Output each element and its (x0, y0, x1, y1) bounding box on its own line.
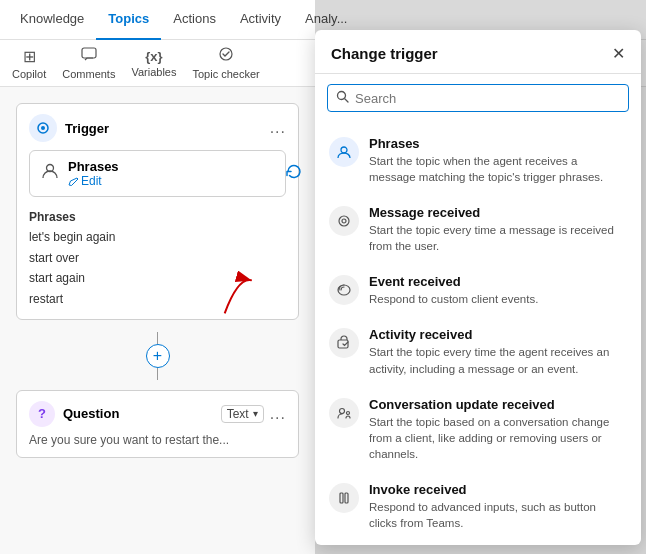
refresh-trigger-button[interactable] (285, 162, 303, 185)
phrases-option-name: Phrases (369, 136, 627, 151)
message-option-icon (329, 206, 359, 236)
svg-rect-14 (345, 493, 348, 503)
phrases-option-icon (329, 137, 359, 167)
question-header: ? Question Text ▾ ... (29, 401, 286, 427)
search-input[interactable] (355, 91, 620, 106)
question-title: ? Question (29, 401, 119, 427)
svg-rect-0 (82, 48, 96, 58)
svg-point-3 (41, 126, 45, 130)
add-node-button[interactable]: + (146, 344, 170, 368)
svg-point-8 (339, 216, 349, 226)
text-type-label: Text (227, 407, 249, 421)
nav-item-activity[interactable]: Activity (228, 0, 293, 40)
trigger-option-phrases[interactable]: Phrases Start the topic when the agent r… (315, 126, 641, 195)
phrases-card: Phrases Edit (29, 150, 286, 197)
toolbar-comments[interactable]: Comments (62, 46, 115, 80)
svg-rect-13 (340, 493, 343, 503)
question-title-text: Question (63, 406, 119, 421)
event-option-icon (329, 275, 359, 305)
nav-item-knowledge[interactable]: Knowledge (8, 0, 96, 40)
comments-icon (81, 46, 97, 66)
trigger-title: Trigger (29, 114, 109, 142)
trigger-option-message[interactable]: Message received Start the topic every t… (315, 195, 641, 264)
invoke-option-content: Invoke received Respond to advanced inpu… (369, 482, 627, 531)
modal-title: Change trigger (331, 45, 438, 62)
phrases-option-desc: Start the topic when the agent receives … (369, 153, 627, 185)
activity-option-content: Activity received Start the topic every … (369, 327, 627, 376)
activity-option-name: Activity received (369, 327, 627, 342)
canvas: Trigger ... Phrases (0, 87, 315, 554)
svg-point-1 (220, 48, 232, 60)
svg-point-6 (338, 92, 346, 100)
toolbar-variables[interactable]: {x} Variables (131, 49, 176, 78)
trigger-title-text: Trigger (65, 121, 109, 136)
phrases-person-icon (40, 161, 60, 186)
message-option-content: Message received Start the topic every t… (369, 205, 627, 254)
topic-checker-icon (218, 46, 234, 66)
trigger-block: Trigger ... Phrases (16, 103, 299, 320)
message-option-name: Message received (369, 205, 627, 220)
toolbar-variables-label: Variables (131, 66, 176, 78)
svg-point-9 (342, 219, 346, 223)
question-icon: ? (29, 401, 55, 427)
modal-header: Change trigger ✕ (315, 30, 641, 74)
phrases-title: Phrases (29, 207, 286, 227)
toolbar-topic-checker[interactable]: Topic checker (192, 46, 259, 80)
svg-point-12 (347, 411, 350, 414)
conversation-option-icon (329, 398, 359, 428)
event-option-desc: Respond to custom client events. (369, 291, 538, 307)
question-block: ? Question Text ▾ ... Are you sure you w… (16, 390, 299, 458)
copilot-icon: ⊞ (23, 47, 36, 66)
variables-icon: {x} (145, 49, 162, 64)
change-trigger-modal: Change trigger ✕ Phrases Start the topic… (315, 30, 641, 545)
trigger-icon (29, 114, 57, 142)
trigger-option-conversation[interactable]: Conversation update received Start the t… (315, 387, 641, 472)
event-option-name: Event received (369, 274, 538, 289)
phrases-left: Phrases Edit (40, 159, 119, 188)
chevron-down-icon: ▾ (253, 408, 258, 419)
modal-close-button[interactable]: ✕ (612, 44, 625, 63)
toolbar-copilot[interactable]: ⊞ Copilot (12, 47, 46, 80)
toolbar-comments-label: Comments (62, 68, 115, 80)
toolbar-copilot-label: Copilot (12, 68, 46, 80)
question-menu-button[interactable]: ... (270, 405, 286, 423)
trigger-option-invoke[interactable]: Invoke received Respond to advanced inpu… (315, 472, 641, 541)
trigger-option-activity[interactable]: Activity received Start the topic every … (315, 317, 641, 386)
question-content: Are you sure you want to restart the... (29, 433, 286, 447)
svg-point-7 (341, 147, 347, 153)
invoke-option-name: Invoke received (369, 482, 627, 497)
conversation-option-desc: Start the topic based on a conversation … (369, 414, 627, 462)
trigger-option-event[interactable]: Event received Respond to custom client … (315, 264, 641, 317)
question-text-type[interactable]: Text ▾ (221, 405, 264, 423)
trigger-options-list: Phrases Start the topic when the agent r… (315, 122, 641, 545)
toolbar-topic-checker-label: Topic checker (192, 68, 259, 80)
trigger-header: Trigger ... (29, 114, 286, 142)
connector-line-top (157, 332, 158, 344)
connector-line-bottom (157, 368, 158, 380)
invoke-option-desc: Respond to advanced inputs, such as butt… (369, 499, 627, 531)
activity-option-desc: Start the topic every time the agent rec… (369, 344, 627, 376)
conversation-option-content: Conversation update received Start the t… (369, 397, 627, 462)
search-box (327, 84, 629, 112)
conversation-option-name: Conversation update received (369, 397, 627, 412)
search-icon (336, 90, 349, 106)
invoke-option-icon (329, 483, 359, 513)
message-option-desc: Start the topic every time a message is … (369, 222, 627, 254)
phrases-option-content: Phrases Start the topic when the agent r… (369, 136, 627, 185)
phrase-item-1: let's begin again (29, 227, 286, 247)
trigger-menu-button[interactable]: ... (270, 119, 286, 137)
phrases-edit-button[interactable]: Edit (68, 174, 119, 188)
activity-option-icon (329, 328, 359, 358)
add-button-container: + (16, 332, 299, 380)
phrases-card-label: Phrases (68, 159, 119, 174)
nav-item-topics[interactable]: Topics (96, 0, 161, 40)
nav-item-actions[interactable]: Actions (161, 0, 228, 40)
svg-point-11 (340, 408, 345, 413)
event-option-content: Event received Respond to custom client … (369, 274, 538, 307)
